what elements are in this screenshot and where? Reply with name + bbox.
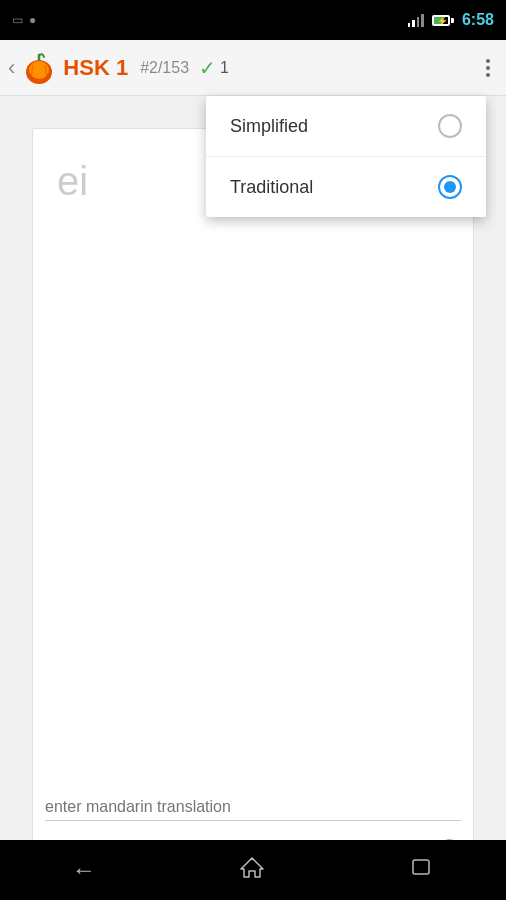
back-button[interactable]: ‹	[8, 55, 15, 81]
charging-icon: ⚡	[437, 16, 448, 26]
status-time: 6:58	[462, 11, 494, 29]
back-nav-button[interactable]: ←	[72, 856, 96, 884]
overflow-menu-button[interactable]	[478, 59, 498, 77]
recents-icon	[408, 854, 434, 880]
screen-icon: ▭	[12, 13, 23, 27]
home-icon	[239, 854, 265, 880]
app-logo	[21, 50, 57, 86]
notification-icon: ●	[29, 13, 36, 27]
status-bar-left: ▭ ●	[12, 13, 36, 27]
overflow-dot-1	[486, 59, 490, 63]
simplified-radio[interactable]	[438, 114, 462, 138]
card-partial-text: ei	[57, 159, 88, 204]
score-display: 1	[220, 59, 229, 77]
bottom-nav-bar: ←	[0, 840, 506, 900]
overflow-dot-2	[486, 66, 490, 70]
app-title: HSK 1	[63, 55, 128, 81]
card-container: ei	[32, 128, 474, 872]
battery-icon: ⚡	[432, 15, 454, 26]
checkmark-icon: ✓	[199, 56, 216, 80]
svg-marker-6	[241, 858, 263, 877]
svg-rect-7	[413, 860, 429, 874]
traditional-radio[interactable]	[438, 175, 462, 199]
traditional-option[interactable]: Traditional	[206, 157, 486, 217]
translation-input[interactable]	[45, 794, 461, 821]
simplified-option[interactable]: Simplified	[206, 96, 486, 157]
recents-nav-button[interactable]	[408, 854, 434, 886]
status-bar: ▭ ● ⚡ 6:58	[0, 0, 506, 40]
radio-selected-dot	[444, 181, 456, 193]
signal-icon	[408, 13, 424, 27]
dropdown-menu: Simplified Traditional	[206, 96, 486, 217]
traditional-label: Traditional	[230, 177, 313, 198]
simplified-label: Simplified	[230, 116, 308, 137]
nav-bar: ‹ HSK 1 #2/153 ✓ 1	[0, 40, 506, 96]
card-counter: #2/153	[140, 59, 189, 77]
overflow-dot-3	[486, 73, 490, 77]
home-nav-button[interactable]	[239, 854, 265, 886]
